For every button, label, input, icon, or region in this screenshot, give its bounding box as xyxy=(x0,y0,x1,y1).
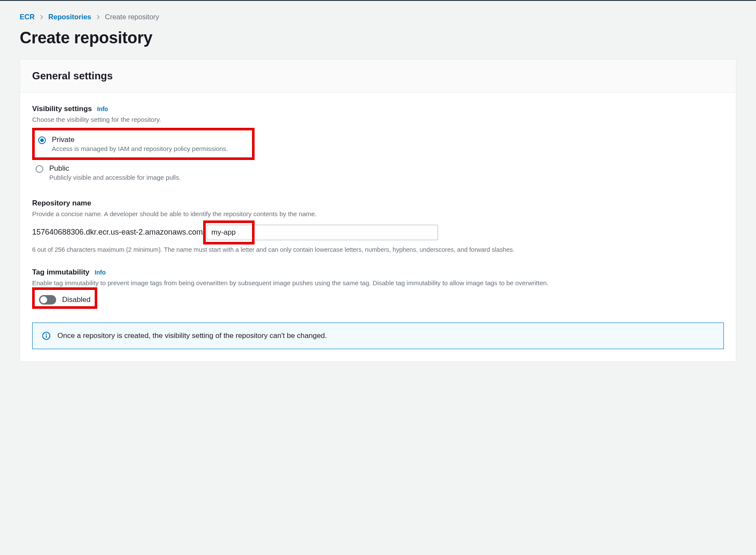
visibility-option-sub: Access is managed by IAM and repository … xyxy=(52,145,228,152)
visibility-option-private[interactable]: Private Access is managed by IAM and rep… xyxy=(35,131,231,157)
toggle-state-label: Disabled xyxy=(62,296,90,304)
breadcrumb-current: Create repository xyxy=(105,13,159,21)
toggle-knob xyxy=(40,296,47,303)
repo-name-desc: Provide a concise name. A developer shou… xyxy=(32,209,724,219)
visibility-desc: Choose the visibility setting for the re… xyxy=(32,115,724,124)
info-alert: Once a repository is created, the visibi… xyxy=(32,323,724,349)
chevron-right-icon xyxy=(96,15,101,20)
tag-immutability-info-link[interactable]: Info xyxy=(95,269,106,276)
visibility-option-title: Public xyxy=(49,164,181,173)
tag-immutability-toggle[interactable] xyxy=(39,295,56,305)
info-icon xyxy=(42,332,51,340)
radio-private[interactable] xyxy=(38,136,46,144)
tag-immutability-desc: Enable tag immutability to prevent image… xyxy=(32,278,724,288)
chevron-right-icon xyxy=(39,15,44,20)
alert-text: Once a repository is created, the visibi… xyxy=(57,332,327,340)
repo-name-hint: 6 out of 256 characters maximum (2 minim… xyxy=(32,245,724,254)
repo-name-label: Repository name xyxy=(32,199,91,208)
svg-point-1 xyxy=(46,334,47,335)
repo-name-input[interactable] xyxy=(207,225,438,240)
visibility-option-public[interactable]: Public Publicly visible and accessible f… xyxy=(32,160,724,185)
panel-title: General settings xyxy=(32,70,724,82)
tag-immutability-label: Tag immutability xyxy=(32,268,90,277)
repo-name-field: Repository name Provide a concise name. … xyxy=(32,199,724,254)
page-title: Create repository xyxy=(20,29,736,47)
breadcrumb: ECR Repositories Create repository xyxy=(20,13,736,21)
visibility-option-title: Private xyxy=(52,136,228,144)
visibility-field: Visibility settings Info Choose the visi… xyxy=(32,105,724,185)
visibility-option-sub: Publicly visible and accessible for imag… xyxy=(49,174,181,181)
visibility-info-link[interactable]: Info xyxy=(97,106,108,112)
highlight-private: Private Access is managed by IAM and rep… xyxy=(32,128,255,160)
breadcrumb-repositories[interactable]: Repositories xyxy=(48,13,91,21)
repo-uri-prefix: 157640688306.dkr.ecr.us-east-2.amazonaws… xyxy=(32,228,207,237)
svg-rect-2 xyxy=(46,335,47,338)
panel-header: General settings xyxy=(20,60,736,93)
visibility-label: Visibility settings xyxy=(32,105,92,113)
highlight-toggle: Disabled xyxy=(32,287,97,309)
tag-immutability-field: Tag immutability Info Enable tag immutab… xyxy=(32,268,724,309)
breadcrumb-ecr[interactable]: ECR xyxy=(20,13,35,21)
radio-public[interactable] xyxy=(36,165,43,173)
general-settings-panel: General settings Visibility settings Inf… xyxy=(20,59,736,362)
